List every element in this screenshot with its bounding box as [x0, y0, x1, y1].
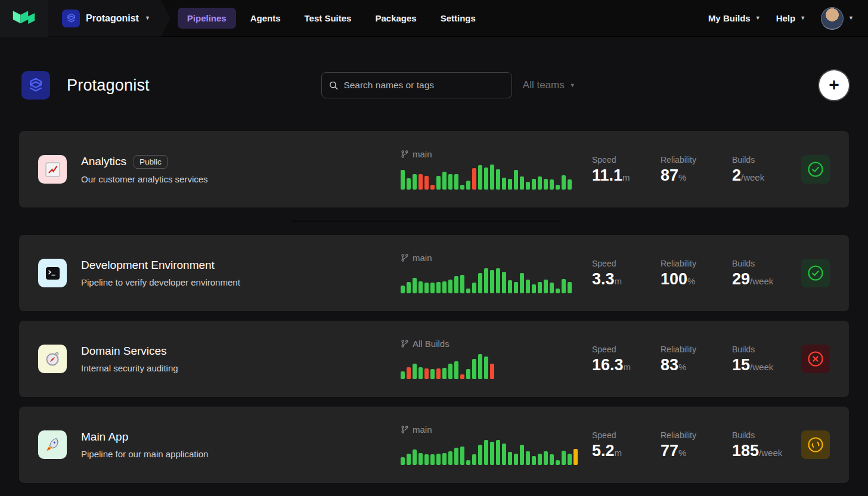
pipeline-card-domain-services[interactable]: Domain Services Internal security auditi… [19, 321, 849, 397]
build-bar[interactable] [490, 270, 494, 293]
build-bar[interactable] [413, 174, 417, 190]
build-bar[interactable] [502, 444, 506, 465]
pipeline-name-link[interactable]: Development Environment [81, 259, 215, 272]
build-bar[interactable] [544, 280, 548, 293]
build-bar[interactable] [496, 169, 500, 190]
build-bar[interactable] [490, 442, 494, 465]
build-bar[interactable] [490, 165, 494, 190]
build-bar[interactable] [454, 361, 458, 379]
build-bar[interactable] [407, 367, 411, 379]
build-history-chart[interactable] [401, 268, 579, 293]
build-bar[interactable] [538, 282, 542, 293]
build-bar[interactable] [466, 460, 470, 465]
build-bar[interactable] [436, 282, 441, 293]
build-bar[interactable] [430, 283, 435, 293]
build-bar[interactable] [574, 449, 578, 465]
build-bar[interactable] [424, 454, 429, 465]
build-bar[interactable] [418, 281, 423, 293]
build-bar[interactable] [418, 174, 423, 190]
build-bar[interactable] [514, 170, 518, 190]
build-bar[interactable] [430, 185, 435, 190]
build-bar[interactable] [418, 453, 423, 465]
build-bar[interactable] [532, 179, 536, 190]
build-bar[interactable] [556, 460, 560, 465]
build-bar[interactable] [514, 454, 518, 465]
tab-pipelines[interactable]: Pipelines [178, 8, 236, 29]
build-history-chart[interactable] [401, 165, 579, 190]
build-bar[interactable] [448, 174, 452, 190]
pipeline-card-development-environment[interactable]: Development Environment Pipeline to veri… [19, 235, 849, 311]
build-bar[interactable] [430, 454, 435, 465]
home-logo-button[interactable] [0, 0, 48, 37]
build-bar[interactable] [418, 367, 423, 379]
build-bar[interactable] [556, 289, 560, 293]
build-bar[interactable] [568, 179, 572, 190]
build-bar[interactable] [526, 182, 530, 190]
build-bar[interactable] [532, 456, 536, 465]
build-history-chart[interactable] [401, 354, 579, 379]
new-pipeline-button[interactable]: + [819, 70, 849, 100]
build-bar[interactable] [401, 286, 405, 293]
build-status-button[interactable] [801, 345, 830, 373]
build-bar[interactable] [472, 283, 476, 293]
build-bar[interactable] [401, 457, 405, 465]
tab-packages[interactable]: Packages [365, 8, 426, 29]
build-bar[interactable] [454, 448, 458, 465]
build-bar[interactable] [532, 284, 536, 293]
build-bar[interactable] [550, 454, 554, 465]
my-builds-menu[interactable]: My Builds ▼ [708, 13, 761, 23]
build-status-button[interactable] [801, 259, 830, 287]
build-bar[interactable] [520, 176, 524, 190]
build-bar[interactable] [448, 280, 452, 293]
build-bar[interactable] [556, 185, 560, 190]
pipeline-card-analytics[interactable]: Analytics Public Our customer analytics … [19, 131, 849, 207]
build-bar[interactable] [544, 451, 548, 465]
build-bar[interactable] [502, 178, 506, 190]
build-bar[interactable] [413, 364, 417, 379]
build-bar[interactable] [454, 174, 458, 190]
build-bar[interactable] [508, 280, 512, 293]
build-bar[interactable] [401, 371, 405, 379]
build-bar[interactable] [472, 168, 476, 190]
build-bar[interactable] [484, 440, 488, 465]
build-bar[interactable] [514, 282, 518, 293]
build-bar[interactable] [478, 273, 482, 293]
build-bar[interactable] [413, 450, 417, 465]
pipeline-name-link[interactable]: Main App [81, 430, 128, 444]
build-bar[interactable] [508, 179, 512, 190]
build-bar[interactable] [466, 289, 470, 293]
build-bar[interactable] [460, 447, 464, 465]
tab-settings[interactable]: Settings [431, 8, 485, 29]
org-switcher[interactable]: Protagonist ▼ [48, 0, 170, 37]
build-bar[interactable] [466, 181, 470, 190]
build-bar[interactable] [454, 276, 458, 293]
branch-filter[interactable]: main [401, 149, 579, 159]
build-bar[interactable] [496, 268, 500, 293]
build-bar[interactable] [544, 179, 548, 190]
build-bar[interactable] [448, 451, 452, 465]
build-bar[interactable] [538, 454, 542, 465]
branch-filter[interactable]: All Builds [401, 339, 579, 349]
build-bar[interactable] [490, 364, 494, 379]
build-bar[interactable] [520, 273, 524, 293]
build-bar[interactable] [478, 445, 482, 465]
build-bar[interactable] [550, 179, 554, 190]
build-bar[interactable] [460, 374, 464, 379]
build-bar[interactable] [436, 454, 441, 465]
build-bar[interactable] [442, 172, 447, 190]
build-bar[interactable] [538, 176, 542, 190]
help-menu[interactable]: Help ▼ [776, 13, 805, 23]
build-bar[interactable] [568, 454, 572, 465]
build-bar[interactable] [436, 368, 441, 379]
build-bar[interactable] [424, 176, 429, 190]
build-bar[interactable] [442, 453, 447, 465]
build-bar[interactable] [484, 356, 488, 379]
tab-test-suites[interactable]: Test Suites [295, 8, 361, 29]
build-bar[interactable] [562, 175, 566, 190]
tab-agents[interactable]: Agents [241, 8, 290, 29]
build-bar[interactable] [478, 354, 482, 379]
build-bar[interactable] [424, 283, 429, 293]
build-bar[interactable] [472, 454, 476, 465]
build-bar[interactable] [448, 364, 452, 379]
build-bar[interactable] [413, 278, 417, 293]
